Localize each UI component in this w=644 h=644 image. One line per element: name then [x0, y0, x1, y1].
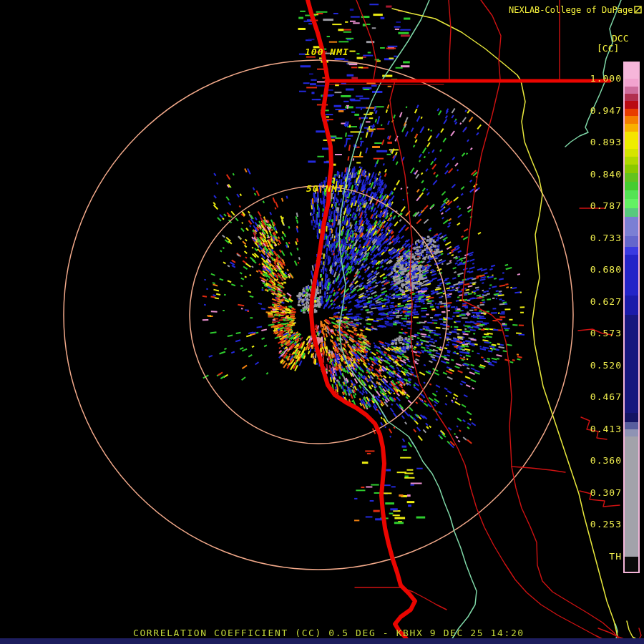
product-caption: CORRELATION COEFFICIENT (CC) 0.5 DEG - K… [133, 628, 525, 638]
colorbar-tick-label: 1.000 [569, 72, 622, 85]
colorbar-tick-label: 0.573 [569, 327, 622, 340]
site-banner: NEXLAB-College of DuPage [509, 5, 633, 15]
colorbar-tick-label: 0.360 [569, 454, 622, 467]
colorbar-tick-label: 0.893 [569, 136, 622, 149]
radar-map-canvas [0, 0, 644, 644]
colorbar-tick-label: 0.733 [569, 232, 622, 245]
colorbar-tick-label: 0.253 [569, 518, 622, 531]
colorbar-tick-label: 0.840 [569, 168, 622, 181]
colorbar-tick-label: 0.627 [569, 296, 622, 308]
colorbar-tick-label: 0.680 [569, 263, 622, 276]
range-ring-label-50nmi: 50 NMI [306, 183, 344, 194]
colorbar-tick-label: 0.947 [569, 104, 622, 117]
cod-logo-icon [634, 6, 642, 14]
colorbar-scale [623, 62, 640, 573]
bottom-status-bar [0, 638, 644, 644]
radar-viewer-screen: NEXLAB-College of DuPage DCC [CC] 1.0000… [0, 0, 644, 644]
colorbar-tick-label: TH [569, 550, 622, 563]
colorbar-tick-label: 0.787 [569, 200, 622, 213]
colorbar-tick-label: 0.467 [569, 391, 622, 404]
colorbar-tick-label: 0.413 [569, 423, 622, 436]
colorbar-product-label: DCC [612, 33, 628, 44]
range-ring-label-100nmi: 100 NMI [305, 47, 349, 57]
colorbar-tick-label: 0.520 [569, 359, 622, 372]
colorbar-units-label: [CC] [597, 43, 619, 54]
colorbar-tick-label: 0.307 [569, 487, 622, 499]
